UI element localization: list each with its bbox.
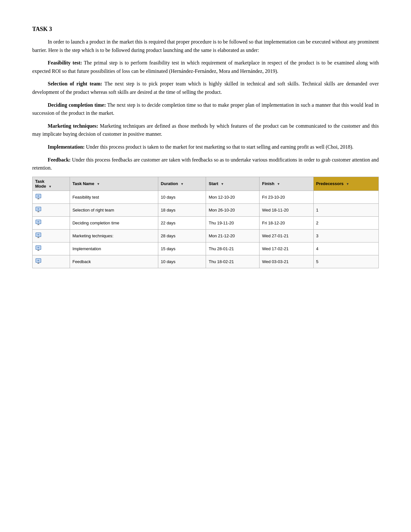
gantt-table: TaskMode ▼ Task Name ▼ Duration ▼ Start … (32, 177, 379, 268)
predecessors-cell: 1 (313, 203, 379, 216)
predecessors-cell: 3 (313, 229, 379, 242)
page-title: TASK 3 (32, 26, 379, 33)
predecessors-cell: 2 (313, 216, 379, 229)
predecessors-cell (313, 191, 379, 203)
finish-cell: Wed 27-01-21 (259, 229, 313, 242)
col-header-duration[interactable]: Duration ▼ (158, 177, 206, 191)
task-mode-icon (35, 222, 43, 227)
task-name-cell: Marketing techniques: (70, 229, 158, 242)
col-header-task-name[interactable]: Task Name ▼ (70, 177, 158, 191)
predecessors-cell: 4 (313, 242, 379, 255)
col-finish-label: Finish (262, 181, 274, 186)
col-start-label: Start (209, 181, 218, 186)
task-mode-cell (33, 229, 70, 242)
col-task-mode-label: TaskMode (35, 179, 46, 189)
section-marketing: Marketing techniques: Marketing techniqu… (32, 122, 379, 138)
section-selection: Selection of right team: The next step i… (32, 80, 379, 96)
duration-cell: 22 days (158, 216, 206, 229)
table-row: Implementation15 daysThu 28-01-21Wed 17-… (33, 242, 379, 255)
start-cell: Thu 28-01-21 (206, 242, 259, 255)
duration-cell: 10 days (158, 191, 206, 203)
col-task-mode-arrow[interactable]: ▼ (49, 185, 52, 188)
section-selection-label: Selection of right team: (48, 81, 102, 86)
col-start-arrow[interactable]: ▼ (221, 182, 224, 186)
task-name-cell: Selection of right team (70, 203, 158, 216)
task-mode-cell (33, 255, 70, 268)
finish-cell: Fri 23-10-20 (259, 191, 313, 203)
section-feedback-label: Feedback: (48, 157, 71, 163)
task-mode-cell (33, 242, 70, 255)
section-feedback: Feedback: Under this process feedbacks a… (32, 156, 379, 172)
section-feasibility-text: The primal step is to perform feasibilit… (32, 60, 379, 74)
task-mode-icon (35, 261, 43, 265)
section-feedback-text: Under this process feedbacks are custome… (32, 157, 379, 171)
start-cell: Thu 19-11-20 (206, 216, 259, 229)
duration-cell: 15 days (158, 242, 206, 255)
start-cell: Mon 12-10-20 (206, 191, 259, 203)
task-mode-cell (33, 216, 70, 229)
task-name-cell: Feasibility test (70, 191, 158, 203)
task-mode-icon (35, 248, 43, 252)
section-marketing-label: Marketing techniques: (48, 123, 98, 129)
finish-cell: Wed 03-03-21 (259, 255, 313, 268)
section-deciding-label: Deciding completion time: (48, 102, 106, 108)
section-implementation-label: Implementation: (48, 144, 85, 150)
col-header-predecessors[interactable]: Predecessors ▼ (313, 177, 379, 191)
start-cell: Mon 21-12-20 (206, 229, 259, 242)
task-mode-icon (35, 196, 43, 201)
finish-cell: Fri 18-12-20 (259, 216, 313, 229)
col-task-name-label: Task Name (73, 181, 94, 186)
section-feasibility: Feasibility test: The primal step is to … (32, 59, 379, 75)
finish-cell: Wed 18-11-20 (259, 203, 313, 216)
col-duration-label: Duration (161, 181, 178, 186)
task-mode-icon (35, 209, 43, 214)
intro-paragraph: In order to launch a product in the mark… (32, 38, 379, 54)
col-header-task-mode[interactable]: TaskMode ▼ (33, 177, 70, 191)
col-finish-arrow[interactable]: ▼ (277, 182, 280, 186)
finish-cell: Wed 17-02-21 (259, 242, 313, 255)
col-predecessors-label: Predecessors (316, 181, 344, 186)
predecessors-cell: 5 (313, 255, 379, 268)
task-name-cell: Feedback (70, 255, 158, 268)
start-cell: Thu 18-02-21 (206, 255, 259, 268)
table-header-row: TaskMode ▼ Task Name ▼ Duration ▼ Start … (33, 177, 379, 191)
section-feasibility-label: Feasibility test: (48, 60, 82, 65)
section-implementation: Implementation: Under this process produ… (32, 143, 379, 151)
table-row: Feasibility test10 daysMon 12-10-20Fri 2… (33, 191, 379, 203)
table-row: Marketing techniques:28 daysMon 21-12-20… (33, 229, 379, 242)
col-duration-arrow[interactable]: ▼ (181, 182, 184, 186)
duration-cell: 10 days (158, 255, 206, 268)
task-name-cell: Implementation (70, 242, 158, 255)
table-row: Selection of right team18 daysMon 26-10-… (33, 203, 379, 216)
table-row: Deciding completion time22 daysThu 19-11… (33, 216, 379, 229)
duration-cell: 28 days (158, 229, 206, 242)
task-mode-icon (35, 235, 43, 240)
duration-cell: 18 days (158, 203, 206, 216)
task-mode-cell (33, 203, 70, 216)
col-header-start[interactable]: Start ▼ (206, 177, 259, 191)
start-cell: Mon 26-10-20 (206, 203, 259, 216)
section-deciding: Deciding completion time: The next step … (32, 101, 379, 117)
task-mode-cell (33, 191, 70, 203)
task-name-cell: Deciding completion time (70, 216, 158, 229)
col-predecessors-arrow[interactable]: ▼ (346, 182, 349, 186)
col-task-name-arrow[interactable]: ▼ (97, 182, 100, 186)
section-implementation-text: Under this process product is taken to t… (85, 144, 354, 150)
page-content: TASK 3 In order to launch a product in t… (32, 26, 379, 268)
table-row: Feedback10 daysThu 18-02-21Wed 03-03-215 (33, 255, 379, 268)
col-header-finish[interactable]: Finish ▼ (259, 177, 313, 191)
